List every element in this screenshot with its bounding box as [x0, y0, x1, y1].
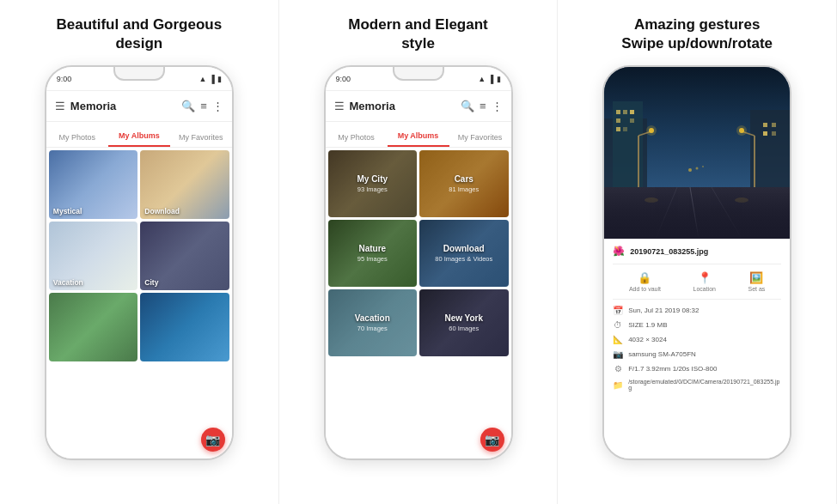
menu-icon-1[interactable]: ☰ — [55, 100, 65, 112]
tab-myphotos-2[interactable]: My Photos — [326, 133, 388, 147]
svg-rect-15 — [763, 123, 767, 127]
album-count-vac: 70 Images — [357, 325, 388, 332]
album-name-vac: Vacation — [355, 313, 390, 323]
app-title-1: Memoria — [70, 100, 176, 112]
tab-myalbums-2[interactable]: My Albums — [388, 131, 449, 147]
wifi-icon-2: ▲ — [478, 75, 486, 83]
svg-point-27 — [645, 197, 658, 203]
svg-line-3 — [656, 187, 677, 239]
album-overlay-vac: Vacation 70 Images — [328, 289, 418, 356]
svg-point-30 — [696, 167, 699, 170]
photo-detail-image[interactable] — [604, 67, 790, 239]
meta-size: ⏱ SIZE 1.9 MB — [613, 318, 781, 332]
filename-text: 20190721_083255.jpg — [630, 247, 708, 256]
phone-2: 9:00 ▲ ▐ ▮ ☰ Memoria 🔍 ≡ ⋮ My Photos My … — [324, 65, 513, 460]
status-bar-1: 9:00 ▲ ▐ ▮ — [46, 67, 232, 91]
album-count-dl: 80 Images & Videos — [435, 255, 492, 263]
tab-myfavorites-1[interactable]: My Favorites — [170, 133, 232, 147]
svg-point-22 — [646, 125, 657, 136]
tab-myfavorites-2[interactable]: My Favorites — [449, 133, 511, 147]
wifi-icon: ▲ — [199, 75, 207, 83]
filter-icon-1[interactable]: ≡ — [200, 100, 207, 112]
album-mycity[interactable]: My City 93 Images — [328, 150, 418, 217]
meta-dimensions-text: 4032 × 3024 — [628, 336, 667, 343]
meta-device: 📷 samsung SM-A705FN — [613, 347, 781, 361]
svg-rect-10 — [616, 118, 620, 123]
search-icon-1[interactable]: 🔍 — [181, 100, 195, 112]
more-icon-1[interactable]: ⋮ — [212, 100, 223, 112]
album-count-nature: 95 Images — [357, 255, 388, 263]
album-vac[interactable]: Vacation 70 Images — [328, 289, 418, 356]
svg-rect-7 — [616, 110, 620, 114]
album-name-newyork: New York — [444, 313, 483, 323]
meta-settings-text: F/1.7 3.92mm 1/20s ISO-800 — [628, 365, 717, 373]
svg-rect-16 — [772, 123, 776, 127]
filename-row: 🌺 20190721_083255.jpg — [613, 246, 781, 264]
dimensions-icon: 📐 — [613, 335, 623, 344]
tab-myphotos-1[interactable]: My Photos — [46, 133, 108, 147]
album-count-cars: 81 Images — [449, 185, 479, 193]
location-button[interactable]: 📍 Location — [693, 271, 715, 292]
vault-icon: 🔒 — [638, 271, 651, 284]
svg-rect-11 — [630, 118, 634, 123]
setas-icon: 🖼️ — [749, 271, 763, 284]
album-plants[interactable] — [49, 293, 138, 361]
svg-point-29 — [688, 168, 692, 172]
signal-icon: ▐ — [209, 75, 214, 83]
album-dl[interactable]: Download 80 Images & Videos — [419, 220, 509, 287]
fab-camera-2[interactable]: 📷 — [480, 428, 504, 452]
album-overlay-dl: Download 80 Images & Videos — [419, 220, 509, 287]
album-ocean[interactable] — [140, 293, 229, 361]
vault-label: Add to vault — [629, 286, 661, 292]
setas-label: Set as — [748, 286, 766, 292]
phone-1-content: Mystical Download Vacation City 📷 — [46, 148, 232, 458]
folder-icon: 📁 — [613, 380, 623, 390]
album-grid-2: My City 93 Images Cars 81 Images Nature … — [326, 148, 511, 359]
album-name-cars: Cars — [455, 174, 473, 184]
meta-path-text: /storage/emulated/0/DCIM/Camera/20190721… — [628, 379, 781, 391]
battery-icon-2: ▮ — [497, 75, 501, 83]
more-icon-2[interactable]: ⋮ — [492, 100, 503, 112]
add-to-vault-button[interactable]: 🔒 Add to vault — [629, 271, 661, 292]
album-name-dl: Download — [443, 244, 485, 253]
album-mystical[interactable]: Mystical — [49, 150, 138, 219]
album-download[interactable]: Download — [140, 150, 229, 219]
album-newyork[interactable]: New York 60 Images — [419, 289, 509, 356]
album-cars[interactable]: Cars 81 Images — [419, 150, 509, 217]
meta-list: 📅 Sun, Jul 21 2019 08:32 ⏱ SIZE 1.9 MB 📐… — [613, 300, 781, 393]
album-city[interactable]: City — [140, 222, 229, 290]
location-label: Location — [693, 286, 715, 292]
time-1: 9:00 — [57, 75, 72, 83]
svg-rect-18 — [772, 131, 776, 136]
svg-line-4 — [712, 187, 742, 239]
album-label-vacation: Vacation — [53, 278, 83, 287]
svg-rect-9 — [630, 110, 634, 114]
search-icon-2[interactable]: 🔍 — [461, 100, 474, 112]
section-1-title: Beautiful and Gorgeousdesign — [56, 15, 222, 53]
tab-myalbums-1[interactable]: My Albums — [108, 131, 170, 147]
fab-camera-1[interactable]: 📷 — [201, 428, 225, 452]
album-vacation[interactable]: Vacation — [49, 222, 138, 290]
svg-marker-1 — [604, 187, 790, 239]
svg-line-2 — [690, 187, 699, 239]
meta-size-text: SIZE 1.9 MB — [628, 321, 667, 329]
size-icon: ⏱ — [613, 320, 623, 330]
menu-icon-2[interactable]: ☰ — [334, 100, 345, 112]
phone-3: 🌺 20190721_083255.jpg 🔒 Add to vault 📍 L… — [602, 65, 791, 460]
section-3-title: Amazing gesturesSwipe up/down/rotate — [621, 15, 773, 53]
album-nature[interactable]: Nature 95 Images — [328, 220, 418, 287]
album-count-newyork: 60 Images — [449, 325, 479, 332]
section-design: Beautiful and Gorgeousdesign 9:00 ▲ ▐ ▮ … — [0, 0, 279, 504]
street-svg — [604, 67, 790, 239]
svg-rect-12 — [616, 127, 620, 131]
settings-icon: ⚙ — [613, 364, 623, 373]
album-name-nature: Nature — [358, 244, 386, 253]
filter-icon-2[interactable]: ≡ — [480, 100, 486, 112]
svg-point-31 — [702, 166, 704, 167]
status-icons-2: ▲ ▐ ▮ — [478, 75, 500, 83]
svg-rect-8 — [623, 110, 627, 114]
meta-date: 📅 Sun, Jul 21 2019 08:32 — [613, 303, 781, 318]
svg-rect-13 — [623, 127, 627, 131]
set-as-button[interactable]: 🖼️ Set as — [748, 271, 766, 292]
svg-rect-14 — [750, 110, 790, 187]
